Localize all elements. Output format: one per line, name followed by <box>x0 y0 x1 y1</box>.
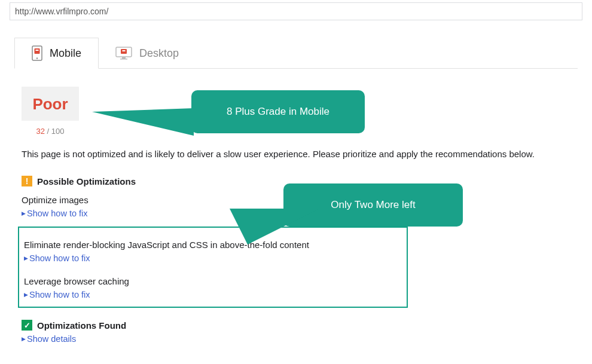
optimization-item: Leverage browser caching <box>24 276 407 286</box>
callout-text: Only Two More left <box>331 198 415 212</box>
highlighted-optimizations-box: Eliminate render-blocking JavaScript and… <box>18 227 408 308</box>
desktop-icon <box>115 47 132 60</box>
score-value-row: 32 / 100 <box>22 127 79 136</box>
score-sep: / <box>45 127 51 136</box>
url-input[interactable]: http://www.vrfilmpro.com/ <box>10 2 582 20</box>
device-tabs: Mobile Desktop <box>14 37 578 69</box>
page-description: This page is not optimized and is likely… <box>22 149 592 159</box>
check-icon: ✓ <box>22 320 32 331</box>
svg-rect-1 <box>35 48 40 54</box>
optimization-item: Eliminate render-blocking JavaScript and… <box>24 240 407 250</box>
annotation-callout: Only Two More left <box>283 183 463 227</box>
expand-icon: ▶ <box>22 336 26 342</box>
show-how-label: Show how to fix <box>27 209 88 218</box>
possible-optimizations-title: Possible Optimizations <box>37 176 136 186</box>
show-details-label: Show details <box>27 334 76 344</box>
warning-icon: ! <box>22 176 32 186</box>
show-how-to-fix-link[interactable]: ▶ Show how to fix <box>24 253 407 263</box>
svg-point-3 <box>36 57 38 59</box>
score-grade: Poor <box>22 87 79 121</box>
tab-desktop-label: Desktop <box>139 47 179 60</box>
tab-mobile-label: Mobile <box>50 47 81 60</box>
expand-icon: ▶ <box>24 292 28 298</box>
annotation-callout: 8 Plus Grade in Mobile <box>191 90 365 133</box>
show-details-link[interactable]: ▶ Show details <box>22 334 592 344</box>
svg-rect-6 <box>123 50 126 51</box>
show-how-label: Show how to fix <box>29 253 90 263</box>
score-block: Poor 32 / 100 <box>22 87 79 136</box>
tab-desktop[interactable]: Desktop <box>99 38 196 69</box>
optimizations-found-header: ✓ Optimizations Found <box>22 320 592 331</box>
expand-icon: ▶ <box>22 210 26 216</box>
optimizations-found-title: Optimizations Found <box>37 320 126 331</box>
score-value: 32 <box>36 127 44 136</box>
svg-rect-2 <box>36 50 39 51</box>
svg-rect-8 <box>120 59 127 60</box>
expand-icon: ▶ <box>24 255 28 261</box>
tab-mobile[interactable]: Mobile <box>14 38 99 69</box>
show-how-label: Show how to fix <box>29 290 90 299</box>
score-max: 100 <box>51 127 65 136</box>
svg-rect-7 <box>122 57 126 59</box>
mobile-icon <box>32 45 42 61</box>
callout-text: 8 Plus Grade in Mobile <box>227 105 329 119</box>
show-how-to-fix-link[interactable]: ▶ Show how to fix <box>24 290 407 299</box>
